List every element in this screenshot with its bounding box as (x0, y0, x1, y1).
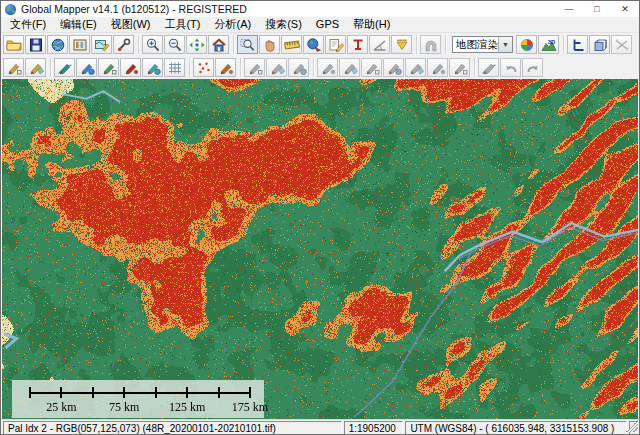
map-view-select-value: 地图渲染 (453, 38, 498, 52)
snap-to-feature-icon (452, 61, 468, 75)
delete-feature-button[interactable] (427, 58, 448, 77)
show-3d-view-button[interactable] (589, 35, 610, 54)
zoom-out-icon (167, 38, 183, 52)
toolbar-group (193, 58, 241, 77)
3d-view-mode-icon (423, 38, 439, 52)
feature-info-tool-icon (306, 38, 322, 52)
zoom-in-button[interactable] (142, 35, 163, 54)
undo-digitize-button[interactable] (500, 58, 521, 77)
chevron-down-icon[interactable]: ▼ (498, 37, 512, 52)
swipe-tool-button[interactable] (369, 35, 390, 54)
toolbar-group (3, 35, 139, 54)
digitizer-edit-tool-button[interactable] (3, 58, 24, 77)
menu-item-5[interactable]: 搜索(S) (258, 17, 309, 32)
scale-bar-label: 175 km (232, 400, 268, 415)
app-logo-icon (5, 4, 16, 15)
toolbar-group (567, 35, 636, 54)
view-shed-tool-button[interactable] (391, 35, 412, 54)
undo-digitize-icon (503, 61, 519, 75)
menu-item-2[interactable]: 视图(W) (104, 17, 158, 32)
split-line-icon (320, 61, 336, 75)
create-area-feature-icon (28, 61, 44, 75)
feature-info-tool-button[interactable] (303, 35, 324, 54)
rotate-feature-icon (269, 61, 285, 75)
flatten-terrain-icon (614, 38, 630, 52)
crop-to-selection-button[interactable] (361, 58, 382, 77)
create-line-feature-button[interactable] (54, 58, 75, 77)
terrain-3d-options-button[interactable]: 3D (538, 35, 559, 54)
open-map-layout-button[interactable] (91, 35, 112, 54)
redo-digitize-button[interactable] (522, 58, 543, 77)
digitizer-tool-icon (328, 38, 344, 52)
open-control-center-icon (72, 38, 88, 52)
flatten-terrain-button[interactable] (611, 35, 632, 54)
redo-digitize-icon (525, 61, 541, 75)
edit-vertices-button[interactable] (215, 58, 236, 77)
paste-feature-icon (408, 61, 424, 75)
toolbar-group (317, 58, 475, 77)
3d-view-mode-button[interactable] (420, 35, 441, 54)
delete-feature-icon (430, 61, 446, 75)
menu-item-7[interactable]: 帮助(H) (346, 17, 397, 32)
minimize-button[interactable]: — (555, 1, 583, 17)
render-options-button[interactable] (516, 35, 537, 54)
menu-item-3[interactable]: 工具(T) (157, 17, 207, 32)
open-control-center-button[interactable] (69, 35, 90, 54)
zoom-tool-button[interactable] (237, 35, 258, 54)
combine-areas-button[interactable] (339, 58, 360, 77)
home-view-icon (211, 38, 227, 52)
menu-item-4[interactable]: 分析(A) (207, 17, 258, 32)
toolbar-group (244, 58, 314, 77)
render-options-icon (519, 38, 535, 52)
close-button[interactable]: ✕ (611, 1, 639, 17)
create-area-feature-button[interactable] (25, 58, 46, 77)
create-range-ring-button[interactable] (120, 58, 141, 77)
toolbar-group: 3D (516, 35, 564, 54)
rotate-feature-button[interactable] (266, 58, 287, 77)
title-bar: Global Mapper v14.1 (b120512) - REGISTER… (1, 1, 639, 17)
path-profile-line-button[interactable] (567, 35, 588, 54)
status-projection: UTM (WGS84) - ( 616035.948, 3315153.908 … (405, 421, 627, 435)
measure-tool-button[interactable] (281, 35, 302, 54)
pan-tool-button[interactable] (259, 35, 280, 54)
copy-feature-icon (386, 61, 402, 75)
configuration-button[interactable] (113, 35, 134, 54)
maximize-button[interactable]: □ (583, 1, 611, 17)
scale-feature-button[interactable] (288, 58, 309, 77)
path-profile-tool-button[interactable] (347, 35, 368, 54)
save-workspace-button[interactable] (25, 35, 46, 54)
menu-item-6[interactable]: GPS (309, 17, 346, 32)
map-area: 25 km75 km125 km175 km (2, 79, 638, 419)
menu-item-0[interactable]: 文件(F) (3, 17, 53, 32)
full-view-icon (189, 38, 205, 52)
copy-feature-button[interactable] (383, 58, 404, 77)
zoom-out-button[interactable] (164, 35, 185, 54)
create-line-feature-icon (57, 61, 73, 75)
digitizer-tool-button[interactable] (325, 35, 346, 54)
resize-grip[interactable] (626, 420, 638, 432)
open-data-file-button[interactable] (3, 35, 24, 54)
create-coverage-button[interactable] (142, 58, 163, 77)
full-view-button[interactable] (186, 35, 207, 54)
split-line-button[interactable] (317, 58, 338, 77)
pan-tool-icon (262, 38, 278, 52)
create-point-feature-button[interactable] (76, 58, 97, 77)
scale-bar-tick (123, 387, 125, 398)
select-points-button[interactable] (193, 58, 214, 77)
map-view[interactable] (2, 79, 638, 419)
zoom-in-icon (145, 38, 161, 52)
status-pixel-info: Pal Idx 2 - RGB(057,125,073) (48R_202001… (3, 421, 342, 435)
toolbar-group (478, 58, 547, 77)
create-free-line-button[interactable] (98, 58, 119, 77)
map-view-select[interactable]: 地图渲染▼ (452, 36, 513, 53)
vertex-tool-button[interactable] (478, 58, 499, 77)
download-online-data-button[interactable] (47, 35, 68, 54)
move-feature-button[interactable] (244, 58, 265, 77)
snap-to-feature-button[interactable] (449, 58, 470, 77)
home-view-button[interactable] (208, 35, 229, 54)
crop-to-selection-icon (364, 61, 380, 75)
move-feature-icon (247, 61, 263, 75)
paste-feature-button[interactable] (405, 58, 426, 77)
create-elevation-grid-button[interactable] (164, 58, 185, 77)
menu-item-1[interactable]: 编辑(E) (53, 17, 104, 32)
